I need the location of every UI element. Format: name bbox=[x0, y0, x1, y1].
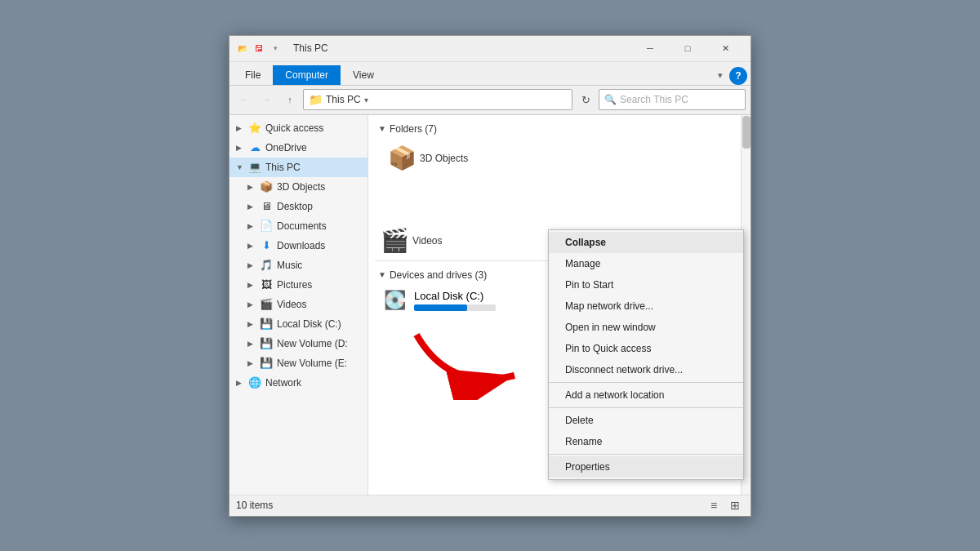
ctx-item-disconnect-network[interactable]: Disconnect network drive... bbox=[549, 359, 743, 380]
forward-button[interactable]: → bbox=[257, 90, 277, 109]
ctx-item-manage[interactable]: Manage bbox=[549, 253, 743, 274]
tab-computer[interactable]: Computer bbox=[273, 65, 341, 85]
disk-c-icon: 💽 bbox=[381, 287, 408, 313]
grid-view-button[interactable]: ⊞ bbox=[726, 497, 744, 513]
network-arrow: ▶ bbox=[236, 379, 247, 387]
downloads-arrow: ▶ bbox=[247, 242, 259, 250]
tab-file[interactable]: File bbox=[233, 65, 273, 85]
status-count: 10 items bbox=[236, 500, 273, 511]
this-pc-arrow: ▼ bbox=[236, 163, 247, 171]
disk-c-info: Local Disk (C:) bbox=[414, 290, 496, 311]
quick-access-label: Quick access bbox=[265, 122, 323, 134]
local-disk-c-label: Local Disk (C:) bbox=[277, 318, 341, 330]
maximize-button[interactable]: □ bbox=[669, 35, 706, 61]
ctx-item-map-network-drive[interactable]: Map network drive... bbox=[549, 295, 743, 317]
up-button[interactable]: ↑ bbox=[280, 90, 300, 109]
window-controls: ─ □ ✕ bbox=[631, 35, 744, 61]
new-volume-e-icon: 💾 bbox=[259, 356, 274, 371]
3d-objects-arrow: ▶ bbox=[247, 183, 259, 191]
network-label: Network bbox=[265, 377, 301, 389]
title-bar-folder-icon: 📂 bbox=[236, 42, 249, 55]
quick-access-icon: ⭐ bbox=[247, 121, 262, 136]
folders-section-header[interactable]: ▼ Folders (7) bbox=[375, 118, 744, 138]
title-bar: 📂 🖫 ▾ This PC ─ □ ✕ bbox=[229, 36, 751, 62]
videos-folder-icon: 🎬 bbox=[381, 228, 408, 254]
sidebar-item-documents[interactable]: ▶ 📄 Documents bbox=[229, 216, 368, 236]
documents-arrow: ▶ bbox=[247, 222, 259, 230]
ctx-item-collapse[interactable]: Collapse bbox=[549, 232, 743, 253]
3d-objects-label: 3D Objects bbox=[277, 181, 325, 193]
disk-bar-track bbox=[414, 304, 496, 311]
videos-icon: 🎬 bbox=[259, 297, 274, 312]
address-dropdown-icon[interactable]: ▾ bbox=[364, 96, 368, 104]
search-box[interactable]: 🔍 Search This PC bbox=[599, 89, 746, 110]
ctx-item-open-new-window[interactable]: Open in new window bbox=[549, 317, 743, 338]
close-button[interactable]: ✕ bbox=[706, 35, 744, 61]
videos-label: Videos bbox=[277, 299, 306, 310]
file-explorer-window: 📂 🖫 ▾ This PC ─ □ ✕ File Computer View ▾… bbox=[229, 35, 751, 517]
ctx-separator-2 bbox=[549, 407, 743, 408]
context-menu: Collapse Manage Pin to Start Map network… bbox=[548, 229, 744, 480]
ctx-item-rename[interactable]: Rename bbox=[549, 431, 743, 452]
sidebar-item-local-disk-c[interactable]: ▶ 💾 Local Disk (C:) bbox=[229, 314, 368, 334]
folder-grid: 📦 3D Objects bbox=[375, 138, 744, 179]
local-disk-c-icon: 💾 bbox=[259, 317, 274, 331]
address-box[interactable]: 📁 This PC ▾ bbox=[303, 89, 572, 110]
ctx-item-pin-to-start[interactable]: Pin to Start bbox=[549, 274, 743, 295]
sidebar-item-downloads[interactable]: ▶ ⬇ Downloads bbox=[229, 236, 368, 256]
title-bar-save-icon: 🖫 bbox=[252, 42, 265, 55]
documents-icon: 📄 bbox=[259, 219, 274, 233]
search-placeholder: Search This PC bbox=[620, 94, 688, 105]
tab-view[interactable]: View bbox=[341, 65, 386, 85]
this-pc-icon: 💻 bbox=[247, 160, 262, 175]
onedrive-arrow: ▶ bbox=[236, 144, 247, 152]
ctx-item-pin-quick-access[interactable]: Pin to Quick access bbox=[549, 338, 743, 359]
title-bar-arrow-icon: ▾ bbox=[269, 42, 282, 55]
new-volume-d-icon: 💾 bbox=[259, 336, 274, 351]
pictures-icon: 🖼 bbox=[259, 278, 274, 292]
new-volume-e-label: New Volume (E: bbox=[277, 358, 347, 369]
ctx-item-properties[interactable]: Properties bbox=[549, 456, 743, 478]
minimize-button[interactable]: ─ bbox=[631, 35, 669, 61]
sidebar-item-network[interactable]: ▶ 🌐 Network bbox=[229, 373, 368, 393]
back-button[interactable]: ← bbox=[234, 90, 254, 109]
scrollbar-thumb[interactable] bbox=[742, 116, 751, 149]
videos-folder-label: Videos bbox=[412, 235, 442, 247]
onedrive-label: OneDrive bbox=[265, 142, 307, 153]
disk-c-label: Local Disk (C:) bbox=[414, 290, 496, 302]
3d-objects-folder-icon: 📦 bbox=[389, 145, 415, 171]
disk-bar-fill bbox=[414, 304, 467, 311]
sidebar-item-onedrive[interactable]: ▶ ☁ OneDrive bbox=[229, 138, 368, 158]
local-disk-c-arrow: ▶ bbox=[247, 320, 259, 328]
sidebar-item-new-volume-e[interactable]: ▶ 💾 New Volume (E: bbox=[229, 353, 368, 373]
pictures-arrow: ▶ bbox=[247, 281, 259, 289]
desktop-label: Desktop bbox=[277, 201, 313, 212]
title-bar-app-icons: 📂 🖫 ▾ bbox=[236, 42, 282, 55]
refresh-button[interactable]: ↻ bbox=[576, 90, 595, 109]
sidebar-item-quick-access[interactable]: ▶ ⭐ Quick access bbox=[229, 118, 368, 138]
ctx-separator-3 bbox=[549, 454, 743, 455]
ctx-item-delete[interactable]: Delete bbox=[549, 410, 743, 431]
list-view-button[interactable]: ≡ bbox=[705, 497, 723, 513]
ctx-item-add-network-location[interactable]: Add a network location bbox=[549, 384, 743, 406]
3d-objects-icon: 📦 bbox=[259, 180, 274, 194]
status-bar: 10 items ≡ ⊞ bbox=[229, 495, 751, 516]
this-pc-label: This PC bbox=[265, 162, 301, 173]
sidebar-item-videos[interactable]: ▶ 🎬 Videos bbox=[229, 295, 368, 314]
ribbon-tabs: File Computer View ▾ ? bbox=[229, 62, 751, 85]
sidebar-item-desktop[interactable]: ▶ 🖥 Desktop bbox=[229, 197, 368, 216]
sidebar-item-music[interactable]: ▶ 🎵 Music bbox=[229, 256, 368, 275]
help-button[interactable]: ? bbox=[729, 67, 747, 85]
sidebar-item-3d-objects[interactable]: ▶ 📦 3D Objects bbox=[229, 177, 368, 197]
address-bar: ← → ↑ 📁 This PC ▾ ↻ 🔍 Search This PC bbox=[229, 86, 751, 115]
desktop-arrow: ▶ bbox=[247, 202, 259, 211]
music-icon: 🎵 bbox=[259, 258, 274, 273]
sidebar-item-pictures[interactable]: ▶ 🖼 Pictures bbox=[229, 275, 368, 295]
sidebar-item-new-volume-d[interactable]: ▶ 💾 New Volume (D: bbox=[229, 334, 368, 353]
music-label: Music bbox=[277, 260, 302, 271]
folder-item-3d-objects[interactable]: 📦 3D Objects bbox=[381, 141, 475, 176]
documents-label: Documents bbox=[277, 220, 327, 232]
network-icon: 🌐 bbox=[247, 375, 262, 390]
sidebar-item-this-pc[interactable]: ▼ 💻 This PC bbox=[229, 158, 368, 177]
folders-chevron-icon: ▼ bbox=[378, 124, 386, 133]
